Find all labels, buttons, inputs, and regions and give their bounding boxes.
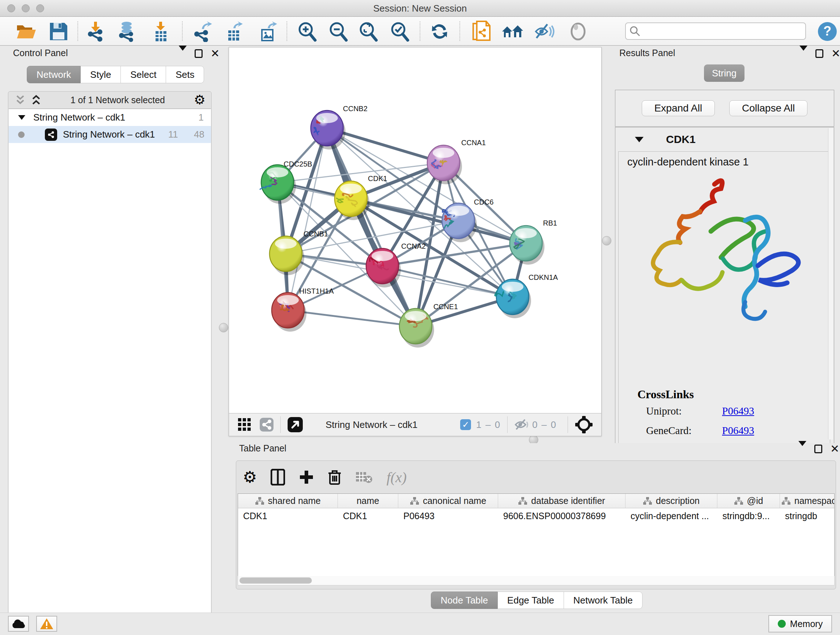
network-node-count: 11	[168, 129, 178, 140]
network-row-selected[interactable]: String Network – cdk1 11 48	[9, 126, 211, 143]
tab-sets[interactable]: Sets	[166, 66, 204, 83]
show-columns-button[interactable]	[271, 469, 285, 486]
table-cell[interactable]: cyclin-dependent ...	[625, 511, 717, 521]
results-scrollbar[interactable]	[828, 128, 833, 440]
zoom-out-button[interactable]	[326, 19, 350, 43]
zoom-selected-button[interactable]	[388, 19, 412, 43]
cloud-button[interactable]	[8, 616, 29, 632]
zoom-in-button[interactable]	[295, 19, 319, 43]
table-cell[interactable]: stringdb:9...	[717, 511, 780, 521]
grid-view-button[interactable]	[238, 418, 251, 432]
delete-column-button[interactable]	[328, 469, 341, 486]
collapse-all-networks-button[interactable]	[15, 95, 26, 105]
birds-eye-view-button[interactable]	[287, 417, 303, 432]
panel-float-button[interactable]	[815, 49, 823, 58]
import-network-button[interactable]	[84, 19, 107, 43]
toolbar-separator	[77, 21, 78, 41]
table-panel-title: Table Panel	[239, 443, 286, 454]
search-input[interactable]	[640, 24, 805, 38]
string-document-button[interactable]	[470, 19, 493, 43]
network-label: String Network – cdk1	[63, 129, 155, 140]
save-session-button[interactable]	[47, 19, 71, 43]
table-cell[interactable]: stringdb	[780, 511, 835, 521]
column-header-namespac[interactable]: namespac	[780, 494, 835, 508]
tab-string[interactable]: String	[704, 65, 745, 82]
table-options-gear-button[interactable]: ⚙	[243, 469, 257, 485]
expand-all-button[interactable]: Expand All	[642, 100, 715, 116]
panel-close-button[interactable]: ✕	[830, 445, 839, 453]
network-view-share-button[interactable]	[259, 417, 274, 432]
node-label-ccne1: CCNE1	[433, 302, 458, 311]
scrollbar-thumb[interactable]	[240, 578, 312, 584]
tab-style[interactable]: Style	[81, 66, 121, 83]
column-header-database-identifier[interactable]: database identifier	[498, 494, 625, 508]
import-table-button[interactable]	[149, 19, 172, 43]
toolbar-separator	[459, 21, 460, 41]
table-cell[interactable]: 9606.ENSP00000378699	[498, 511, 625, 521]
protein-section-header[interactable]: CDK1	[615, 127, 834, 151]
node-label-rb1: RB1	[543, 219, 557, 227]
network-edge[interactable]	[288, 310, 416, 326]
panel-float-button[interactable]	[195, 49, 202, 58]
tab-network[interactable]: Network	[27, 66, 81, 83]
table-cell[interactable]: P06493	[398, 511, 498, 521]
import-network-from-database-button[interactable]	[115, 19, 139, 43]
export-network-button[interactable]	[191, 19, 215, 43]
column-header-canonical-name[interactable]: canonical name	[398, 494, 498, 508]
right-splitter-handle[interactable]	[602, 236, 611, 245]
memory-status-dot	[778, 620, 786, 628]
open-session-button[interactable]	[14, 19, 38, 43]
tab-edge-table[interactable]: Edge Table	[498, 592, 564, 609]
expand-all-networks-button[interactable]	[31, 95, 42, 105]
help-button[interactable]: ?	[815, 19, 839, 43]
save-floppy-icon	[49, 22, 68, 41]
zoom-in-icon	[297, 21, 317, 42]
table-cell[interactable]: CDK1	[338, 511, 398, 521]
memory-button[interactable]: Memory	[768, 615, 832, 632]
crosslink-link[interactable]: P06493	[722, 424, 754, 437]
zoom-out-icon	[328, 21, 348, 42]
string-homes-button[interactable]	[501, 19, 524, 43]
refresh-button[interactable]	[428, 19, 452, 43]
network-edge-count: 48	[194, 129, 204, 140]
homes-icon	[501, 22, 524, 41]
current-network-dot	[18, 131, 25, 138]
tab-select[interactable]: Select	[121, 66, 166, 83]
selected-checkbox-icon[interactable]: ✓	[460, 419, 471, 430]
network-options-gear-button[interactable]: ⚙	[194, 93, 205, 106]
section-collapse-arrow[interactable]	[635, 137, 644, 142]
network-edge[interactable]	[288, 128, 327, 310]
toolbar-separator	[420, 21, 420, 41]
node-label-hist1h1a: HIST1H1A	[299, 287, 334, 295]
warnings-button[interactable]	[36, 616, 57, 632]
hide-glass-effect-button[interactable]	[532, 19, 556, 43]
function-builder-button[interactable]: f(x)	[386, 469, 407, 486]
column-header-name[interactable]: name	[338, 494, 398, 508]
network-canvas[interactable]: CCNB2CCNA1CDC25BCDK1CDC6RB1CCNB1CCNA2CDK…	[229, 48, 601, 413]
show-structures-button[interactable]	[566, 19, 590, 43]
network-graph	[229, 48, 601, 413]
panel-float-button[interactable]	[814, 445, 822, 453]
export-image-button[interactable]	[256, 19, 279, 43]
tab-node-table[interactable]: Node Table	[431, 592, 498, 609]
column-header-shared-name[interactable]: shared name	[238, 494, 338, 508]
fit-content-button[interactable]	[575, 415, 593, 434]
column-header-@id[interactable]: @id	[717, 494, 780, 508]
crosslink-link[interactable]: P06493	[722, 405, 754, 417]
zoom-fit-button[interactable]	[356, 19, 380, 43]
left-splitter-handle[interactable]	[219, 323, 228, 333]
table-row[interactable]: CDK1CDK1P064939606.ENSP00000378699cyclin…	[238, 508, 834, 524]
tab-network-table[interactable]: Network Table	[564, 592, 643, 609]
delete-table-button[interactable]	[355, 470, 373, 484]
export-table-button[interactable]	[222, 19, 246, 43]
add-column-button[interactable]	[299, 470, 314, 485]
panel-close-button[interactable]: ✕	[210, 49, 219, 58]
table-horizontal-scrollbar[interactable]	[238, 576, 835, 585]
network-collection-row[interactable]: String Network – cdk1 1	[9, 109, 211, 126]
collection-expand-arrow[interactable]	[18, 115, 25, 120]
column-header-description[interactable]: description	[625, 494, 717, 508]
collapse-all-button[interactable]: Collapse All	[729, 100, 807, 116]
table-cell[interactable]: CDK1	[238, 511, 338, 521]
target-icon	[575, 415, 593, 434]
panel-close-button[interactable]: ✕	[831, 49, 840, 58]
